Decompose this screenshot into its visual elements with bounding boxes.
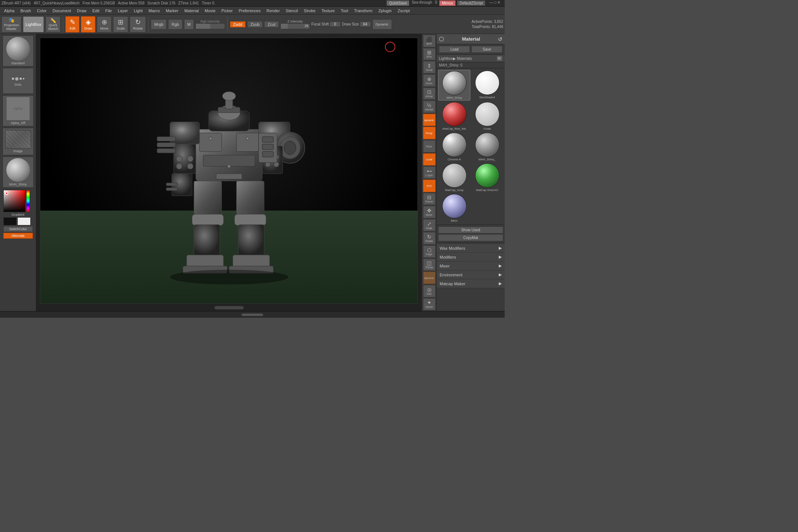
menu-transform[interactable]: Transform — [351, 8, 375, 14]
xpose-button[interactable]: ✦ Xpose — [423, 298, 436, 311]
m-button[interactable]: M — [184, 19, 194, 30]
scale-button[interactable]: ⊞ Scale — [113, 16, 128, 33]
zadd-button[interactable]: Zadd — [230, 21, 246, 28]
aahalf-button[interactable]: ½ AAHalf — [423, 100, 436, 113]
move-view-button[interactable]: ✥ Move — [423, 206, 436, 218]
alpha-off-thumb[interactable]: Alpha Alpha_Off — [3, 95, 34, 126]
wax-modifiers-section[interactable]: Wax Modifiers ▶ — [437, 244, 505, 253]
menu-file[interactable]: File — [103, 8, 115, 14]
copy-mat-button[interactable]: CopyMat — [438, 234, 503, 241]
canvas-area[interactable] — [36, 34, 422, 311]
color-swatch[interactable] — [3, 190, 25, 212]
bpr-button[interactable]: ⬛ BPR — [423, 35, 436, 47]
material-refresh-icon[interactable]: ↺ — [498, 36, 502, 42]
xyz-button[interactable]: XYZ — [423, 180, 436, 192]
menu-brush[interactable]: Brush — [18, 8, 34, 14]
mat-item-matcap-red[interactable]: MatCap_Red_Wa — [438, 101, 470, 131]
mat-item-chrome[interactable]: Chrome A — [438, 132, 470, 162]
menu-layer[interactable]: Layer — [115, 8, 131, 14]
hue-bar[interactable] — [26, 190, 30, 212]
polyf-button[interactable]: ⬡ PolyF — [423, 245, 436, 258]
mat-item-skinshade4[interactable]: SkinShade4 — [471, 70, 503, 100]
mah-shiny-thumb[interactable]: MAH_Shiny — [3, 157, 34, 188]
rotate-view-button[interactable]: ↻ Rotate — [423, 232, 436, 245]
menu-color[interactable]: Color — [34, 8, 49, 14]
spix-button[interactable]: ⊞ SPix — [423, 48, 436, 61]
zcut-button[interactable]: Zcut — [264, 21, 279, 28]
menu-movie[interactable]: Movie — [202, 8, 218, 14]
edit-button[interactable]: ✎ Edit — [65, 16, 79, 33]
draw-size-control[interactable]: Draw Size 64 — [342, 21, 371, 27]
scroll-button[interactable]: ⇕ Scroll — [423, 61, 436, 74]
mat-item-mah-shiny[interactable]: MAH_Shiny — [438, 70, 470, 100]
defaultzscript-button[interactable]: DefaultZScript — [457, 0, 485, 6]
modifiers-section[interactable]: Modifiers ▶ — [437, 253, 505, 262]
scroll-indicator[interactable] — [241, 313, 263, 316]
mat-item-mah-shiny2[interactable]: MAH_Shiny_ — [471, 132, 503, 162]
menu-preferences[interactable]: Preferences — [236, 8, 263, 14]
menu-zscript[interactable]: Zscript — [395, 8, 412, 14]
menu-marker[interactable]: Marker — [163, 8, 181, 14]
menu-material[interactable]: Material — [182, 8, 201, 14]
switch-color-button[interactable]: SwitchColor — [3, 226, 33, 232]
menu-edit[interactable]: Edit — [90, 8, 102, 14]
image-thumb[interactable]: Image — [3, 128, 34, 155]
draw-button[interactable]: ◈ Draw — [81, 16, 95, 33]
dots-brush-thumb[interactable]: Dots — [3, 68, 34, 94]
mrgb-button[interactable]: Mrgb — [151, 19, 167, 30]
material-load-button[interactable]: Load — [439, 46, 470, 53]
dynamic-button[interactable]: Dynamic — [372, 19, 392, 30]
local-button[interactable]: Local — [423, 153, 436, 166]
menu-document[interactable]: Document — [50, 8, 74, 14]
menus-button[interactable]: Menus — [439, 0, 456, 6]
mixer-section[interactable]: Mixer ▶ — [437, 262, 505, 270]
mat-item-matcap-gray[interactable]: MatCap_Gray — [438, 163, 470, 192]
lightbox-button[interactable]: LightBox — [23, 16, 44, 33]
show-used-button[interactable]: Show Used — [438, 226, 503, 233]
floor-button[interactable]: Floor — [423, 140, 436, 153]
menu-stroke[interactable]: Stroke — [301, 8, 318, 14]
matcap-maker-section[interactable]: Matcap Maker ▶ — [437, 279, 505, 288]
mat-item-matcap-green[interactable]: MatCap GreenCl — [471, 163, 503, 192]
lsym-button[interactable]: ⊷ L:Sym — [423, 166, 436, 179]
projection-master-button[interactable]: 🎭 Projection Master — [1, 16, 21, 33]
zoom-button[interactable]: ⊕ Zoom — [423, 74, 436, 87]
menu-draw[interactable]: Draw — [74, 8, 89, 14]
lightbox-materials-label[interactable]: Lightbox▶ Materials R — [437, 55, 505, 62]
rgb-button[interactable]: Rgb — [168, 19, 182, 30]
environment-section[interactable]: Environment ▶ — [437, 270, 505, 279]
focal-shift-control[interactable]: Focal Shift 0 — [311, 21, 341, 27]
menu-stencil[interactable]: Stencil — [283, 8, 300, 14]
black-swatch[interactable] — [3, 217, 17, 225]
menu-picker[interactable]: Picker — [219, 8, 235, 14]
mat-item-chalk[interactable]: Chalk — [471, 101, 503, 131]
menu-render[interactable]: Render — [264, 8, 282, 14]
menu-macro[interactable]: Macro — [146, 8, 163, 14]
white-swatch[interactable] — [17, 217, 31, 225]
mat-item-blinn[interactable]: Blinn — [438, 193, 470, 223]
scale-view-button[interactable]: ⤢ Scale — [423, 219, 436, 232]
transp-button[interactable]: ◫ Transp — [423, 259, 436, 271]
zsub-button[interactable]: Zsub — [247, 21, 263, 28]
rgb-intensity-slider[interactable]: Rgb Intensity — [195, 20, 225, 29]
color-picker-area[interactable]: Gradient SwitchColor Alternate — [3, 189, 34, 239]
menu-light[interactable]: Light — [131, 8, 145, 14]
rotate-button[interactable]: ↻ Rotate — [130, 16, 146, 33]
move-button[interactable]: ⊕ Move — [97, 16, 112, 33]
alternate-button[interactable]: Alternate — [3, 233, 33, 239]
dynamic2-button[interactable]: dynamic — [423, 272, 436, 284]
canvas-scroll-bottom[interactable] — [214, 306, 244, 310]
canvas-inner[interactable] — [40, 38, 418, 304]
menu-texture[interactable]: Texture — [319, 8, 337, 14]
quicksave-button[interactable]: QuickSave — [386, 0, 409, 6]
standard-brush-thumb[interactable]: Standard — [3, 35, 34, 66]
quicksketch-button[interactable]: ✏️ Quick Sketch — [45, 16, 61, 33]
z-intensity-slider[interactable]: Z Intensity 25 — [280, 20, 310, 29]
actual-button[interactable]: ⊡ Actual — [423, 88, 436, 100]
solo-button[interactable]: ◎ Solo — [423, 285, 436, 297]
persp-button[interactable]: Persp — [423, 127, 436, 139]
r-button[interactable]: R — [497, 56, 503, 61]
material-save-button[interactable]: Save — [471, 46, 502, 53]
menu-alpha[interactable]: Alpha — [1, 8, 17, 14]
menu-zplugin[interactable]: Zplugin — [376, 8, 394, 14]
